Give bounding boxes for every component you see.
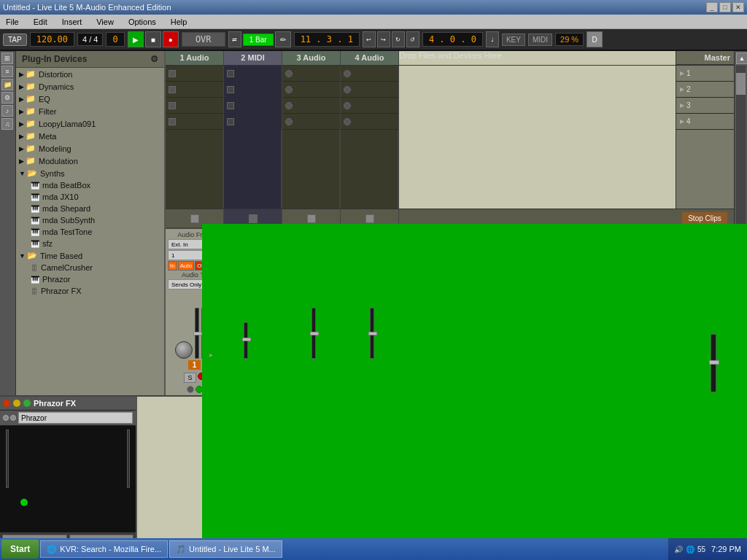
ch-num-btn-1[interactable]: 1 xyxy=(188,360,201,370)
fader-track-1[interactable] xyxy=(195,308,199,359)
fx-device-name-input[interactable] xyxy=(18,412,133,424)
clip-slot[interactable] xyxy=(282,114,340,130)
dot-btn-1[interactable] xyxy=(187,386,194,393)
clip-slot[interactable] xyxy=(341,98,398,114)
drop-area-top[interactable]: Drop Files and Devices Here xyxy=(399,51,676,65)
loop-end-display[interactable]: 4 . 0 . 0 xyxy=(422,32,483,47)
sidebar-item-modeling[interactable]: ▶ 📁 Modeling xyxy=(16,142,164,155)
clip-slot[interactable] xyxy=(166,66,223,82)
taskbar-item-kvr[interactable]: 🌐 KVR: Search - Mozilla Fire... xyxy=(40,540,168,558)
master-slot-3[interactable]: ▶3 xyxy=(676,98,734,114)
fader-track-3[interactable] xyxy=(311,308,316,359)
master-fader-handle[interactable] xyxy=(709,360,719,365)
fx-slider-left[interactable] xyxy=(6,429,9,488)
fader-handle-3[interactable] xyxy=(310,332,319,335)
sidebar-item-camelcrusher[interactable]: 🎛 CamelCrusher xyxy=(28,262,164,273)
clip-slot[interactable] xyxy=(224,66,282,82)
sidebar-item-testtone[interactable]: 🎹 mda TestTone xyxy=(28,226,164,238)
close-btn[interactable]: ✕ xyxy=(732,2,744,12)
volume-knob-1[interactable] xyxy=(175,341,193,359)
clip-slot[interactable] xyxy=(282,82,340,98)
menu-insert[interactable]: Insert xyxy=(59,16,85,28)
right-nav-scroll-up[interactable]: ▲ xyxy=(736,52,747,64)
fader-handle-2[interactable] xyxy=(242,338,251,341)
fader-handle-4[interactable] xyxy=(368,332,377,335)
fader-track-4[interactable] xyxy=(370,308,374,359)
sidebar-item-meta[interactable]: ▶ 📁 Meta xyxy=(16,130,164,142)
loop-toggle[interactable]: ⇌ xyxy=(228,31,241,47)
clip-slot[interactable] xyxy=(166,114,223,130)
fader-handle-1[interactable] xyxy=(193,332,202,335)
clip-slot[interactable] xyxy=(166,82,223,98)
sidebar-item-shepard[interactable]: 🎹 mda Shepard xyxy=(28,203,164,214)
clip-slot[interactable] xyxy=(224,82,282,98)
minimize-btn[interactable]: _ xyxy=(706,2,718,12)
sidebar-item-modulation[interactable]: ▶ 📁 Modulation xyxy=(16,155,164,167)
sidebar-item-eq[interactable]: ▶ 📁 EQ xyxy=(16,93,164,105)
track-arrow-1[interactable]: ◄ xyxy=(208,352,214,359)
menu-edit[interactable]: Edit xyxy=(31,16,50,28)
sidebar-item-jx10[interactable]: 🎹 mda JX10 xyxy=(28,191,164,203)
master-slot-2[interactable]: ▶2 xyxy=(676,82,734,98)
menu-options[interactable]: Options xyxy=(125,16,159,28)
position-display[interactable]: 11 . 3 . 1 xyxy=(294,32,360,47)
sidebar-item-phrazorfx[interactable]: 🎛 Phrazor FX xyxy=(28,285,164,297)
nav-midi-icon[interactable]: ♫ xyxy=(1,118,13,130)
nav-browser-icon[interactable]: 📁 xyxy=(1,79,13,90)
start-button[interactable]: Start xyxy=(1,540,39,559)
sidebar-item-loopy[interactable]: ▶ 📁 LoopyLlama091 xyxy=(16,117,164,130)
nav-devices-icon[interactable]: ⚙ xyxy=(1,92,13,104)
metronome-btn[interactable]: ♩ xyxy=(486,31,499,47)
midi-button[interactable]: MIDI xyxy=(528,34,552,46)
sidebar-item-timebased[interactable]: ▼ 📂 Time Based xyxy=(16,249,164,262)
sidebar-item-phrazor[interactable]: 🎹 Phrazor xyxy=(28,273,164,285)
nav-fx-icon[interactable]: ♪ xyxy=(1,105,13,117)
right-scroll-thumb[interactable] xyxy=(736,73,746,95)
nav-arrange-icon[interactable]: ≡ xyxy=(1,66,13,77)
clip-slot[interactable] xyxy=(166,98,223,114)
clip-slot[interactable] xyxy=(224,98,282,114)
maximize-btn[interactable]: □ xyxy=(719,2,731,12)
sidebar-item-filter[interactable]: ▶ 📁 Filter xyxy=(16,105,164,117)
fx-dot-green[interactable] xyxy=(23,400,31,407)
fx-dot-yellow[interactable] xyxy=(13,400,20,407)
loop-fwd-btn[interactable]: ↪ xyxy=(377,31,390,47)
sidebar-item-dynamics[interactable]: ▶ 📁 Dynamics xyxy=(16,80,164,93)
nav-session-icon[interactable]: ⊞ xyxy=(1,52,13,64)
loop-curved2-btn[interactable]: ↺ xyxy=(406,31,419,47)
clip-slot[interactable] xyxy=(224,114,282,130)
d-button[interactable]: D xyxy=(587,31,603,47)
stop-button[interactable]: ■ xyxy=(145,31,161,47)
menu-file[interactable]: File xyxy=(3,16,22,28)
loop-back-btn[interactable]: ↩ xyxy=(363,31,376,47)
fx-dot-red[interactable] xyxy=(3,400,10,407)
monitor-in-btn-1[interactable]: In xyxy=(168,261,177,271)
sidebar-options-icon[interactable]: ⚙ xyxy=(150,54,158,64)
fx-dev-dot-1[interactable] xyxy=(3,415,9,421)
fx-dev-dot-2[interactable] xyxy=(10,415,16,421)
record-button[interactable]: ● xyxy=(163,31,179,47)
clip-slot[interactable] xyxy=(341,82,398,98)
quantize-select[interactable]: 1 Bar xyxy=(243,34,274,46)
sidebar-item-subsynth[interactable]: 🎹 mda SubSynth xyxy=(28,214,164,226)
fader-track-2[interactable] xyxy=(244,322,248,359)
sidebar-item-synths[interactable]: ▼ 📂 Synths xyxy=(16,167,164,179)
ovr-button[interactable]: OVR xyxy=(182,32,225,47)
master-fader-track[interactable] xyxy=(711,334,716,392)
solo-btn-1[interactable]: S xyxy=(184,373,196,383)
loop-curved-btn[interactable]: ↻ xyxy=(392,31,405,47)
clip-slot[interactable] xyxy=(282,98,340,114)
menu-view[interactable]: View xyxy=(93,16,117,28)
clip-slot[interactable] xyxy=(282,66,340,82)
key-button[interactable]: KEY xyxy=(502,34,525,46)
play-button[interactable]: ▶ xyxy=(128,31,144,47)
master-slot-1[interactable]: ▶1 xyxy=(676,66,734,82)
clip-slot[interactable] xyxy=(341,114,398,130)
bpm-display[interactable]: 120.00 xyxy=(30,32,74,47)
sidebar-item-distortion[interactable]: ▶ 📁 Distortion xyxy=(16,68,164,80)
master-slot-4[interactable]: ▶4 xyxy=(676,114,734,130)
sidebar-item-beatbox[interactable]: 🎹 mda BeatBox xyxy=(28,179,164,191)
taskbar-item-live[interactable]: 🎵 Untitled - Live Lite 5 M... xyxy=(169,540,282,558)
pencil-tool[interactable]: ✏ xyxy=(275,31,291,47)
stop-clips-button[interactable]: Stop Clips xyxy=(682,212,727,225)
